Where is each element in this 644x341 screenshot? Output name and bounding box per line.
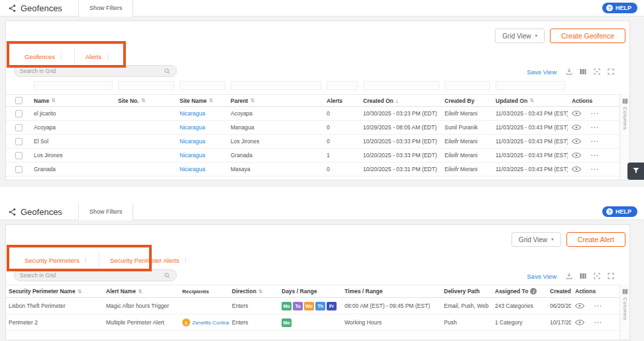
view-icon[interactable] bbox=[575, 319, 584, 326]
fullscreen-icon[interactable] bbox=[607, 272, 615, 280]
focus-icon[interactable] bbox=[593, 272, 601, 280]
day-pill-thursday: Th bbox=[315, 302, 325, 310]
search-input[interactable] bbox=[20, 272, 164, 279]
select-all-checkbox[interactable] bbox=[15, 97, 23, 104]
tab-security-perimeters[interactable]: Security Perimeters ⋮ bbox=[14, 251, 99, 269]
more-actions-icon[interactable]: ⋯ bbox=[594, 318, 602, 326]
table-row[interactable]: Granada Nicaragua Masaya 0 10/20/2025 - … bbox=[6, 163, 619, 176]
site-name-filter-input[interactable] bbox=[180, 81, 225, 90]
save-view-link[interactable]: Save View bbox=[527, 273, 557, 280]
col-parent[interactable]: Parent⇅ bbox=[228, 98, 324, 104]
col-direction[interactable]: Direction⇅ bbox=[229, 288, 279, 295]
more-actions-icon[interactable]: ⋯ bbox=[590, 151, 598, 159]
table-row[interactable]: Lisbon Theft Perimeter Magic After hours… bbox=[6, 298, 619, 314]
tab-menu-icon[interactable]: ⋮ bbox=[83, 257, 88, 263]
columns-rail-toggle[interactable]: Columns bbox=[619, 285, 629, 340]
table-row[interactable]: el jicarito Nicaragua Acoyapa 0 10/30/20… bbox=[6, 107, 619, 121]
table-row[interactable]: Perimeter 2 Multiple Perimeter Alert z Z… bbox=[6, 314, 619, 331]
name-filter-input[interactable] bbox=[34, 81, 113, 90]
col-site-name[interactable]: Site Name⇅ bbox=[177, 98, 228, 104]
info-icon[interactable]: i bbox=[530, 288, 537, 295]
view-icon[interactable] bbox=[572, 110, 581, 117]
sort-icon[interactable]: ⇅ bbox=[78, 289, 82, 295]
show-filters-button[interactable]: Show Filters bbox=[78, 204, 134, 220]
sort-desc-icon[interactable]: ↓ bbox=[396, 98, 399, 104]
col-alert-name[interactable]: Alert Name⇅ bbox=[103, 288, 180, 295]
sort-icon[interactable]: ⇅ bbox=[209, 98, 213, 103]
updated-on-filter-input[interactable] bbox=[496, 81, 565, 90]
sort-icon[interactable]: ⇅ bbox=[138, 289, 142, 295]
site-no-filter-input[interactable] bbox=[118, 81, 174, 90]
table-row[interactable]: Acoyapa Nicaragua Managua 0 10/29/2025 -… bbox=[6, 121, 619, 135]
tab-security-perimeter-alerts[interactable]: Security Perimeter Alerts ⋮ bbox=[99, 251, 199, 269]
site-name-link[interactable]: Nicaragua bbox=[180, 166, 205, 172]
sort-icon[interactable]: ⇅ bbox=[141, 98, 146, 103]
col-updated-on[interactable]: Updated On⇅ bbox=[493, 98, 568, 104]
filter-fab-button[interactable] bbox=[627, 163, 644, 180]
help-button[interactable]: ? HELP bbox=[602, 206, 637, 217]
sort-icon[interactable]: ⇅ bbox=[258, 289, 263, 295]
col-site-no[interactable]: Site No.⇅ bbox=[115, 98, 177, 104]
sort-icon[interactable]: ⇅ bbox=[529, 98, 534, 103]
grid-view-dropdown[interactable]: Grid View ▾ bbox=[511, 232, 561, 247]
create-geofence-button[interactable]: Create Geofence bbox=[550, 29, 625, 43]
tab-menu-icon[interactable]: ⋮ bbox=[105, 54, 110, 60]
col-created-on[interactable]: Created On↓ bbox=[360, 98, 442, 104]
fullscreen-icon[interactable] bbox=[607, 68, 615, 76]
columns-icon[interactable] bbox=[579, 68, 587, 76]
tab-menu-icon[interactable]: ⋮ bbox=[58, 54, 64, 60]
more-actions-icon[interactable]: ⋯ bbox=[590, 123, 598, 131]
updated-on: 11/03/2025 - 03:43 PM (EST) bbox=[493, 138, 568, 145]
row-checkbox[interactable] bbox=[15, 152, 23, 159]
show-filters-button[interactable]: Show Filters bbox=[78, 0, 134, 17]
grid-view-dropdown[interactable]: Grid View ▾ bbox=[495, 29, 545, 43]
view-icon[interactable] bbox=[572, 138, 581, 145]
table-row[interactable]: El Sol Nicaragua Los Jirones 0 10/20/202… bbox=[6, 135, 619, 149]
search-input[interactable] bbox=[20, 68, 164, 74]
download-icon[interactable] bbox=[565, 68, 573, 76]
view-icon[interactable] bbox=[572, 166, 581, 172]
row-checkbox[interactable] bbox=[15, 110, 23, 117]
more-actions-icon[interactable]: ⋯ bbox=[590, 165, 598, 173]
parent-filter-input[interactable] bbox=[231, 81, 321, 90]
row-checkbox[interactable] bbox=[15, 166, 23, 173]
row-checkbox[interactable] bbox=[15, 124, 23, 131]
view-icon[interactable] bbox=[572, 152, 581, 159]
site-name-link[interactable]: Nicaragua bbox=[180, 152, 205, 159]
table-header-row: Name⇅ Site No.⇅ Site Name⇅ Parent⇅ Alert… bbox=[6, 94, 619, 107]
alerts-filter-input[interactable] bbox=[327, 81, 358, 90]
col-created-on[interactable]: Created O bbox=[547, 288, 571, 295]
col-alerts[interactable]: Alerts bbox=[324, 98, 360, 104]
help-button[interactable]: ? HELP bbox=[602, 3, 637, 13]
columns-icon[interactable] bbox=[579, 272, 587, 280]
download-icon[interactable] bbox=[565, 272, 573, 280]
save-view-link[interactable]: Save View bbox=[527, 68, 557, 76]
recipient-link[interactable]: Zenefits Contracting bbox=[192, 320, 229, 326]
more-actions-icon[interactable]: ⋯ bbox=[590, 109, 598, 117]
created-on-filter-input[interactable] bbox=[363, 81, 439, 90]
site-name-link[interactable]: Nicaragua bbox=[180, 110, 205, 117]
tab-alerts[interactable]: Alerts ⋮ bbox=[75, 48, 121, 65]
tab-geofences[interactable]: Geofences ⋮ bbox=[14, 48, 75, 65]
col-created-by[interactable]: Created By bbox=[442, 98, 493, 104]
col-name[interactable]: Name⇅ bbox=[31, 98, 115, 104]
site-name-link[interactable]: Nicaragua bbox=[180, 124, 205, 131]
tab-menu-icon[interactable]: ⋮ bbox=[182, 257, 188, 263]
row-checkbox[interactable] bbox=[15, 138, 23, 145]
created-on: 06/20/202 bbox=[547, 303, 571, 309]
question-icon: ? bbox=[606, 208, 613, 215]
parent: Acoyapa bbox=[228, 110, 324, 117]
more-actions-icon[interactable]: ⋯ bbox=[590, 137, 598, 145]
site-name-link[interactable]: Nicaragua bbox=[180, 138, 205, 145]
view-icon[interactable] bbox=[575, 303, 584, 309]
view-icon[interactable] bbox=[572, 124, 581, 131]
focus-icon[interactable] bbox=[593, 68, 601, 76]
table-row[interactable]: Los Jirones Nicaragua Granada 1 10/20/20… bbox=[6, 149, 619, 163]
more-actions-icon[interactable]: ⋯ bbox=[594, 302, 602, 310]
create-alert-button[interactable]: Create Alert bbox=[566, 232, 625, 247]
col-perimeter-name[interactable]: Security Perimeter Name⇅ bbox=[6, 288, 103, 295]
sort-icon[interactable]: ⇅ bbox=[51, 98, 56, 103]
updated-on: 11/03/2025 - 03:43 PM (EST) bbox=[493, 124, 568, 131]
created-by-filter-input[interactable] bbox=[445, 81, 490, 90]
sort-icon[interactable]: ⇅ bbox=[250, 98, 254, 103]
